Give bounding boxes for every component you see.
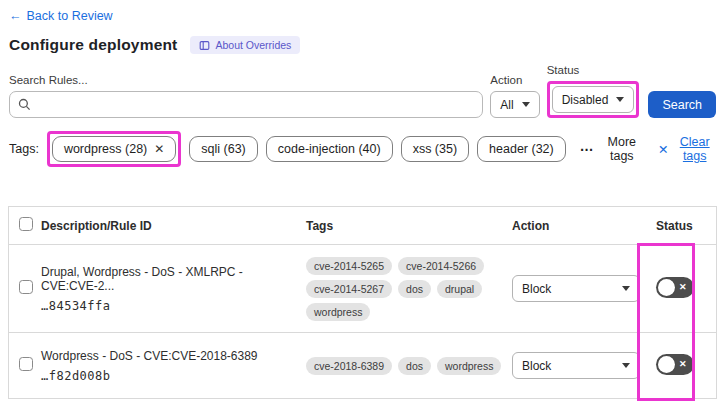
status-filter-label: Status (547, 64, 640, 76)
rule-tag: dos (398, 357, 431, 375)
more-tags-label: More tags (602, 135, 642, 163)
back-to-review-link[interactable]: ← Back to Review (9, 9, 113, 23)
toggle-knob (658, 356, 675, 373)
table-row: Drupal, Wordpress - DoS - XMLRPC - CVE:C… (9, 244, 716, 332)
highlight-selected-tag: wordpress (28) ✕ (47, 131, 181, 167)
rule-id: …84534ffa (41, 299, 296, 313)
tag-pill-sqli[interactable]: sqli (63) (189, 136, 257, 162)
rule-description: Wordpress - DoS - CVE:CVE-2018-6389 (41, 349, 296, 363)
tag-pill-code-injection[interactable]: code-injection (40) (266, 136, 393, 162)
remove-tag-icon[interactable]: ✕ (154, 143, 164, 155)
row-checkbox[interactable] (19, 357, 33, 371)
search-rules-input[interactable] (37, 98, 474, 112)
rule-tag: drupal (437, 280, 482, 298)
filter-bar: Search Rules... Action All Status (9, 64, 716, 118)
select-all-checkbox[interactable] (19, 217, 33, 231)
rule-tag: cve-2014-5266 (398, 257, 484, 275)
tag-pill-header[interactable]: header (32) (477, 136, 566, 162)
table-row: Wordpress - DoS - CVE:CVE-2018-6389 …f82… (9, 332, 716, 398)
ellipsis-icon: ⋯ (580, 141, 595, 157)
rules-table: Description/Rule ID Tags Action Status D… (8, 206, 717, 399)
page-title: Configure deployment (9, 36, 177, 54)
rule-tag: cve-2014-5265 (306, 257, 392, 275)
search-icon (18, 98, 31, 111)
configure-deployment-page: ← Back to Review Configure deployment Ab… (0, 0, 725, 406)
search-button[interactable]: Search (648, 91, 716, 118)
about-overrides-label: About Overrides (215, 39, 291, 51)
action-filter-value: All (500, 98, 513, 112)
clear-tags-label: Clear tags (673, 135, 716, 163)
action-select-value: Block (522, 359, 551, 373)
column-header-action: Action (512, 219, 644, 233)
toggle-off-x-icon: ✕ (679, 360, 687, 369)
clear-tags-button[interactable]: ✕ Clear tags (658, 135, 716, 163)
rule-id: …f82d008b (41, 369, 296, 383)
status-toggle[interactable]: ✕ (656, 277, 694, 298)
status-filter-select[interactable]: Disabled (552, 86, 635, 113)
clear-icon: ✕ (658, 142, 668, 157)
action-select[interactable]: Block (512, 275, 640, 302)
action-filter-label: Action (490, 74, 539, 86)
column-header-tags: Tags (306, 219, 512, 233)
about-overrides-badge[interactable]: About Overrides (190, 36, 300, 54)
status-toggle[interactable]: ✕ (656, 354, 694, 375)
rule-tag: wordpress (306, 303, 370, 321)
column-header-status: Status (644, 219, 716, 233)
rule-tag: cve-2014-5267 (306, 280, 392, 298)
rule-tag: wordpress (437, 357, 501, 375)
tags-bar: Tags: wordpress (28) ✕ sqli (63) code-in… (9, 131, 716, 167)
search-rules-label: Search Rules... (9, 74, 483, 86)
tag-pill-xss[interactable]: xss (35) (401, 136, 469, 162)
back-arrow-icon: ← (9, 9, 22, 23)
tag-pill-wordpress[interactable]: wordpress (28) ✕ (52, 136, 176, 162)
title-row: Configure deployment About Overrides (9, 36, 725, 54)
search-input-box[interactable] (9, 91, 483, 118)
action-select-value: Block (522, 282, 551, 296)
column-header-description: Description/Rule ID (41, 219, 306, 233)
rule-tag: cve-2018-6389 (306, 357, 392, 375)
caret-down-icon (622, 286, 630, 291)
more-tags-button[interactable]: ⋯ More tags (580, 135, 642, 163)
highlight-status-filter: Disabled (547, 81, 640, 118)
tag-pill-label: wordpress (28) (64, 142, 147, 156)
toggle-off-x-icon: ✕ (679, 283, 687, 292)
document-icon (199, 40, 210, 51)
caret-down-icon (616, 97, 624, 102)
rule-tags: cve-2018-6389 dos wordpress (306, 357, 506, 375)
action-select[interactable]: Block (512, 352, 640, 379)
caret-down-icon (622, 363, 630, 368)
rule-tags: cve-2014-5265 cve-2014-5266 cve-2014-526… (306, 257, 506, 321)
back-link-label: Back to Review (27, 9, 113, 23)
table-header-row: Description/Rule ID Tags Action Status (9, 207, 716, 244)
row-checkbox[interactable] (19, 280, 33, 294)
rule-tag: dos (398, 280, 431, 298)
status-filter-value: Disabled (562, 93, 609, 107)
rule-description: Drupal, Wordpress - DoS - XMLRPC - CVE:C… (41, 265, 296, 293)
action-filter-select[interactable]: All (490, 91, 539, 118)
caret-down-icon (522, 102, 530, 107)
toggle-knob (658, 279, 675, 296)
tags-label: Tags: (9, 142, 39, 156)
